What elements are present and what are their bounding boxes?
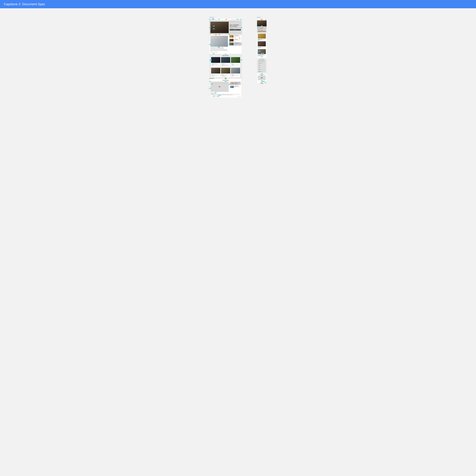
m-nav: ✦ ⌂ 64px ▭ 👤 — [257, 19, 267, 20]
mobile-mock: ✦ ⌂ 64px ▭ 👤 32px Learn something new ev… — [257, 19, 267, 83]
m-video[interactable] — [258, 76, 266, 80]
course-card-software[interactable]: Software engineering 16px COURSES 8px We… — [211, 57, 220, 67]
nav-online[interactable]: Online — [234, 19, 236, 20]
thesis-main: 60% 24px 16 : 9 — [210, 82, 229, 92]
m-info-lecture[interactable]: Special guest lecture Join a keynote wit… — [258, 49, 266, 57]
thesis-item-fisma[interactable]: 16px 16px Fisma: Design and Prototype De… — [230, 82, 241, 85]
m-campus-img — [258, 41, 266, 46]
footer-privacy[interactable]: Privacy — [239, 97, 241, 97]
desktop-column: DESKTOP COLMARACADEMY 32px 64px On campu… — [209, 17, 242, 98]
campus-link[interactable]: Read more — [234, 41, 237, 41]
m-info-orientation[interactable]: 16px Orientation date Tue 10/11 & Wed 10… — [258, 34, 266, 41]
navbar: COLMARACADEMY 32px 64px On campus Online… — [209, 19, 242, 20]
hero: 24px Learn something new everyday Lorem … — [209, 20, 242, 34]
monitor-icon[interactable]: ▭ — [264, 19, 264, 20]
hero-media — [210, 22, 229, 33]
city-image — [230, 86, 234, 88]
m-hero-image — [257, 20, 267, 26]
m-hero-title: Learn something new everyday — [258, 27, 266, 29]
campus-body: Find which campus is close by you — [234, 40, 241, 41]
m-thesis: 32px Thesis exhibits 16px 24px 16 : 9 — [257, 73, 267, 81]
lecture-link[interactable]: Read more — [234, 45, 237, 45]
lecture-body: Join a keynote with Oliver Sack about mu… — [234, 43, 241, 45]
practice-image — [210, 36, 228, 47]
logo-icon — [210, 19, 211, 20]
video-placeholder[interactable] — [210, 82, 229, 92]
m-info: 16px Orientation date Tue 10/11 & Wed 10… — [257, 33, 267, 58]
m-orient-img — [258, 34, 266, 39]
play-icon — [219, 86, 220, 87]
ann-32: 32px — [261, 56, 263, 57]
ann-32: 32px — [261, 73, 263, 74]
thesis-side: 40% 16px 16px Fisma: Design and Prototyp… — [230, 82, 241, 92]
ann-32: 32px — [225, 78, 226, 78]
hero-image — [210, 22, 229, 33]
thesis-title: Thesis exhibit — [210, 80, 241, 81]
logo-icon: ✦ — [257, 19, 258, 20]
course-img-ma — [231, 68, 240, 73]
course-img-ca — [221, 57, 230, 63]
m-course-ca[interactable]: Computer art — [258, 62, 266, 64]
info-item-orientation[interactable]: 35% Orientation date Tue 10/11 & Wed 10/… — [229, 34, 242, 38]
course-img-da — [211, 68, 220, 73]
page-header: Capstone 2: Document Spec — [0, 0, 476, 8]
footer: 24px © 2016 Colmar Academy. All rights r… — [209, 96, 242, 98]
hero-title: Learn something new everyday — [230, 24, 241, 27]
m-hero: 32px Learn something new everyday 16px 1… — [257, 20, 267, 33]
ann-8: 8px — [215, 92, 217, 93]
footer-copyright: © 2016 Colmar Academy. All rights reserv… — [210, 97, 220, 97]
course-card-business[interactable]: BusinessCOURSESProduct Development, Busi… — [221, 68, 230, 77]
orientation-image — [229, 35, 234, 38]
hero-copy: Learn something new everyday Lorem ipsum… — [230, 22, 241, 33]
m-course-de[interactable]: Design — [258, 64, 266, 66]
fisma-image — [230, 82, 234, 84]
orientation-body: Tue 10/11 & Wed 10/12: 8am-3pm — [234, 36, 241, 37]
ann-32: 32px — [225, 54, 226, 55]
ann-32: 32px — [219, 95, 221, 96]
thesis-section: 32px Thesis exhibit 32px 60% 24px 16 : 9… — [209, 78, 242, 96]
orientation-link[interactable]: Read more — [234, 37, 237, 38]
ann-h64: 64px — [261, 19, 263, 20]
info-section: 24px It doesn't hurt to keep practicing … — [209, 34, 242, 54]
course-img-sw — [211, 57, 220, 63]
course-card-marketing[interactable]: MarketingCOURSESAnalytics, Content Marke… — [231, 68, 240, 77]
info-main: It doesn't hurt to keep practicing 24px … — [209, 34, 229, 54]
m-course-bu[interactable]: Business — [258, 68, 266, 70]
course-grid: Software engineering 16px COURSES 8px We… — [210, 57, 241, 77]
info-item-campus[interactable]: Our campus Find which campus is close by… — [229, 38, 242, 42]
nav-companies[interactable]: For companies — [236, 19, 239, 20]
play-icon — [261, 77, 263, 78]
hero-body: Lorem ipsum dolor sit amet, consectetur … — [230, 27, 241, 29]
campus-icon[interactable]: ⌂ — [259, 19, 259, 20]
nav-links: On campus Online For companies Sign in — [231, 19, 241, 20]
lecture-title: Our guest lecture — [234, 43, 241, 43]
m-course-da[interactable]: Data — [258, 66, 266, 68]
info-item-lecture[interactable]: 16px Our guest lecture Join a keynote wi… — [229, 42, 242, 46]
m-hero-cta[interactable]: Start here — [258, 31, 266, 32]
campus-title: Our campus — [234, 39, 241, 39]
thesis-main-title: Reimagine urban — [210, 93, 241, 93]
hero-cta[interactable]: Start here — [230, 29, 241, 31]
m-course-ma[interactable]: Marketing — [258, 70, 266, 72]
nav-oncampus[interactable]: On campus — [231, 19, 234, 20]
nav-signin[interactable]: Sign in — [240, 19, 241, 20]
m-info-campus[interactable]: Our campus Find which campus is close by… — [258, 41, 266, 48]
course-card-data[interactable]: DataCOURSESData Science, Big Data, SQL, … — [211, 68, 220, 77]
ann-32: 32px — [218, 19, 220, 20]
ann-32: 32px — [225, 79, 226, 79]
ann-w423: 423px width — [260, 83, 263, 84]
course-card-design[interactable]: DesignCOURSESUser Experience Design, Use… — [231, 57, 240, 67]
practice-attrib: Emanuel, Sr Strategist at Hiring.com — [210, 52, 228, 52]
course-card-computerart[interactable]: 16px Computer art COURSES Imaging & Desi… — [221, 57, 230, 67]
m-course-sw[interactable]: Software engineering — [258, 60, 266, 62]
user-icon[interactable]: 👤 — [265, 19, 266, 20]
practice-title: It doesn't hurt to keep practicing — [210, 48, 228, 49]
m-courses: Start learning 16px 16px Software engine… — [257, 58, 267, 73]
brand: COLMARACADEMY — [211, 19, 217, 20]
footer-terms[interactable]: Terms — [238, 97, 239, 97]
learning-section: 32px Start learning Software engineering… — [209, 54, 242, 78]
info-side: 40% 35% Orientation date Tue 10/11 & Wed… — [229, 34, 242, 54]
spec-canvas: DESKTOP COLMARACADEMY 32px 64px On campu… — [0, 8, 476, 109]
thesis-item-nowthen[interactable]: Now and then Research study about New Yo… — [230, 85, 241, 88]
ann-h64: 64px — [225, 19, 227, 20]
